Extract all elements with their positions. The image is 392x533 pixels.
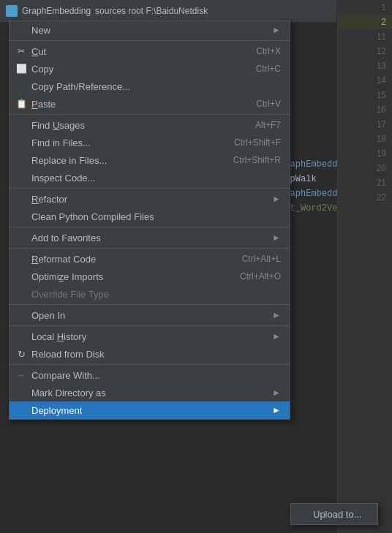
menu-item-inspect-code[interactable]: Inspect Code... [10, 169, 290, 186]
menu-item-paste-shortcut: Ctrl+V [256, 99, 281, 109]
top-bar: GraphEmbedding sources root F:\BaiduNetd… [0, 0, 336, 22]
menu-item-add-favorites-arrow: ► [272, 233, 281, 243]
menu-item-find-usages-shortcut: Alt+F7 [255, 120, 281, 130]
separator [10, 325, 290, 326]
line-number: 19 [338, 146, 392, 161]
menu-item-deployment-arrow: ► [272, 405, 281, 415]
menu-item-clean-python[interactable]: Clean Python Compiled Files [10, 208, 290, 225]
separator [10, 364, 290, 365]
menu-item-reformat-label: Reformat Code [31, 254, 227, 265]
menu-item-add-favorites[interactable]: Add to Favorites ► [10, 229, 290, 246]
menu-item-new-label: New [31, 25, 266, 36]
line-number: 18 [338, 132, 392, 146]
menu-item-deployment-label: Deployment [31, 405, 266, 416]
line-number: 14 [338, 73, 392, 88]
compare-icon: ↔ [15, 369, 27, 381]
menu-item-copy-path[interactable]: Copy Path/Reference... [10, 78, 290, 95]
menu-item-find-usages[interactable]: Find Usages Alt+F7 [10, 116, 290, 134]
menu-item-cut-shortcut: Ctrl+X [256, 46, 281, 56]
submenu-upload-to[interactable]: Upload to... [291, 505, 377, 523]
menu-item-reload[interactable]: ↻ Reload from Disk [10, 345, 290, 363]
menu-item-paste-label: Paste [31, 99, 241, 110]
menu-item-compare-with[interactable]: ↔ Compare With... [10, 366, 290, 384]
menu-item-clean-python-label: Clean Python Compiled Files [31, 211, 281, 222]
project-icon [6, 5, 18, 17]
menu-item-open-in-arrow: ► [272, 310, 281, 320]
line-number: 12 [338, 44, 392, 58]
line-number: 13 [338, 58, 392, 73]
menu-item-copy[interactable]: ⬜ Copy Ctrl+C [10, 60, 290, 78]
menu-item-new-arrow: ► [272, 25, 281, 35]
menu-item-copy-path-label: Copy Path/Reference... [31, 81, 281, 92]
menu-item-optimize-imports-shortcut: Ctrl+Alt+O [240, 271, 281, 281]
menu-item-refactor[interactable]: Refactor ► [10, 190, 290, 208]
menu-item-mark-directory-arrow: ► [272, 388, 281, 398]
menu-item-add-favorites-label: Add to Favorites [31, 233, 266, 243]
line-number: 17 [338, 117, 392, 132]
menu-item-find-in-files-shortcut: Ctrl+Shift+F [234, 137, 281, 148]
context-menu: New ► ✂ Cut Ctrl+X ⬜ Copy Ctrl+C Copy Pa… [9, 20, 290, 420]
menu-item-reload-label: Reload from Disk [31, 349, 281, 360]
line-number: 1 [338, 0, 392, 15]
menu-item-replace-in-files-label: Replace in Files... [31, 155, 219, 166]
menu-item-paste[interactable]: 📋 Paste Ctrl+V [10, 95, 290, 113]
menu-item-refactor-label: Refactor [31, 194, 266, 205]
line-number: 20 [338, 161, 392, 175]
line-number: 21 [338, 175, 392, 190]
paste-icon: 📋 [15, 98, 27, 110]
menu-item-mark-directory[interactable]: Mark Directory as ► [10, 384, 290, 401]
reload-icon: ↻ [15, 348, 27, 360]
project-title: GraphEmbedding [22, 6, 91, 16]
menu-item-reformat[interactable]: Reformat Code Ctrl+Alt+L [10, 250, 290, 268]
menu-item-replace-in-files-shortcut: Ctrl+Shift+R [233, 155, 281, 165]
menu-item-find-in-files[interactable]: Find in Files... Ctrl+Shift+F [10, 134, 290, 151]
separator [10, 188, 290, 189]
cut-icon: ✂ [15, 45, 27, 57]
separator [10, 114, 290, 115]
menu-item-new[interactable]: New ► [10, 21, 290, 39]
menu-item-refactor-arrow: ► [272, 194, 281, 204]
menu-item-cut-label: Cut [31, 46, 241, 57]
line-number: 16 [338, 102, 392, 117]
menu-item-local-history[interactable]: Local History ► [10, 328, 290, 345]
menu-item-inspect-code-label: Inspect Code... [31, 173, 281, 184]
separator [10, 40, 290, 41]
menu-item-optimize-imports[interactable]: Optimize Imports Ctrl+Alt+O [10, 268, 290, 285]
menu-item-mark-directory-label: Mark Directory as [31, 388, 266, 398]
submenu-upload-to-label: Upload to... [313, 509, 369, 520]
separator [10, 304, 290, 305]
separator [10, 248, 290, 249]
menu-item-replace-in-files[interactable]: Replace in Files... Ctrl+Shift+R [10, 151, 290, 169]
menu-item-copy-label: Copy [31, 64, 241, 75]
menu-item-override-file-type-label: Override File Type [31, 289, 281, 300]
menu-item-find-in-files-label: Find in Files... [31, 137, 219, 148]
menu-item-local-history-label: Local History [31, 331, 266, 342]
project-subtitle: sources root F:\BaiduNetdisk [95, 6, 208, 16]
line-number: 2 [338, 15, 392, 29]
menu-item-local-history-arrow: ► [272, 331, 281, 341]
menu-item-copy-shortcut: Ctrl+C [256, 64, 281, 74]
menu-item-compare-with-label: Compare With... [31, 370, 281, 381]
menu-item-reformat-shortcut: Ctrl+Alt+L [242, 254, 281, 264]
menu-item-override-file-type[interactable]: Override File Type [10, 285, 290, 303]
separator [10, 227, 290, 227]
deployment-submenu: Upload to... [290, 503, 378, 525]
menu-item-cut[interactable]: ✂ Cut Ctrl+X [10, 42, 290, 60]
line-number: 22 [338, 190, 392, 205]
menu-item-find-usages-label: Find Usages [31, 120, 241, 131]
menu-item-open-in[interactable]: Open In ► [10, 306, 290, 324]
line-numbers-panel: 1 2 11 12 13 14 15 16 17 18 19 20 21 22 [337, 0, 392, 533]
menu-item-open-in-label: Open In [31, 310, 266, 321]
line-number: 11 [338, 29, 392, 44]
copy-icon: ⬜ [15, 63, 27, 75]
menu-item-optimize-imports-label: Optimize Imports [31, 271, 225, 282]
menu-item-deployment[interactable]: Deployment ► [10, 401, 290, 419]
line-number: 15 [338, 88, 392, 102]
